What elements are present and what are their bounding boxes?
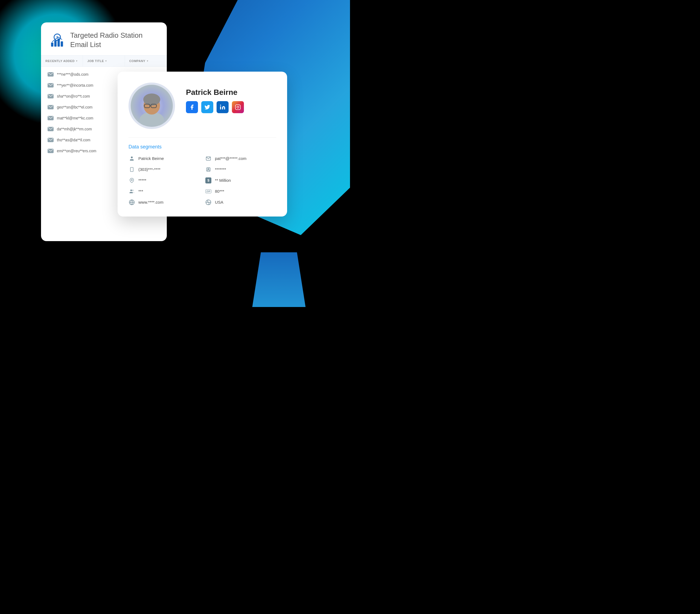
profile-info: Patrick Beirne xyxy=(186,83,276,113)
social-icons xyxy=(186,101,276,113)
email-row-icon xyxy=(48,72,53,77)
data-segments-title: Data segments xyxy=(128,144,276,150)
linkedin-icon[interactable] xyxy=(216,101,228,113)
zip-icon: ZIP xyxy=(205,188,212,195)
location-icon xyxy=(128,177,135,184)
email-address: geo**sn@bc**el.com xyxy=(57,105,92,109)
data-website-value: www.****.com xyxy=(138,200,163,204)
card-title: Targeted Radio Station Email List xyxy=(70,31,159,49)
svg-rect-4 xyxy=(58,39,60,47)
svg-rect-31 xyxy=(130,167,134,172)
data-item-website: www.****.com xyxy=(128,199,200,205)
data-zip-value: 80*** xyxy=(215,189,224,193)
chevron-recently-added: ▾ xyxy=(76,60,78,62)
data-item-zip: ZIP 80*** xyxy=(205,188,276,195)
data-grid: Patrick Beirne pat***@*****.com (303)***… xyxy=(128,155,276,205)
email-address: emi**on@reu**ers.com xyxy=(57,149,96,153)
data-country-value: USA xyxy=(215,200,223,204)
svg-point-29 xyxy=(131,156,133,158)
email-row-icon xyxy=(48,105,53,109)
country-icon xyxy=(205,199,212,205)
data-item-name: Patrick Beirne xyxy=(128,155,200,162)
email-address: sha**on@ro**t.com xyxy=(57,94,90,98)
svg-rect-3 xyxy=(54,40,56,47)
card-header: $ Targeted Radio Station Email List xyxy=(41,22,167,55)
col-label-job-title: JOB TITLE xyxy=(87,59,104,63)
main-content: $ Targeted Radio Station Email List RECE… xyxy=(41,22,309,285)
email-icon xyxy=(205,155,212,162)
email-address: mat**kl@me**kc.com xyxy=(57,116,93,120)
email-address: tho**as@da**il.com xyxy=(57,138,90,142)
facebook-icon[interactable] xyxy=(186,101,198,113)
twitter-icon[interactable] xyxy=(201,101,213,113)
email-row-icon xyxy=(48,138,53,142)
data-segments-section: Data segments Patrick Beirne pat***@****… xyxy=(128,144,276,205)
col-company[interactable]: COMPANY ▾ xyxy=(125,55,167,66)
instagram-icon[interactable] xyxy=(232,101,244,113)
email-row-icon xyxy=(48,149,53,153)
data-phone-value: (303)***-**** xyxy=(138,167,161,172)
badge-icon xyxy=(205,166,212,173)
chevron-company: ▾ xyxy=(147,60,149,62)
data-employees-value: *** xyxy=(138,189,143,193)
detail-card: Patrick Beirne xyxy=(117,72,287,216)
col-label-recently-added: RECENTLY ADDED xyxy=(46,59,75,63)
svg-point-28 xyxy=(239,105,239,106)
data-revenue-value: ** Million xyxy=(215,178,231,183)
email-row-icon xyxy=(48,83,53,87)
email-address: ***yer**@incorta.com xyxy=(57,83,93,87)
data-item-revenue: $ ** Million xyxy=(205,177,276,184)
data-item-country: USA xyxy=(205,199,276,205)
svg-rect-26 xyxy=(235,104,240,109)
col-job-title[interactable]: JOB TITLE ▾ xyxy=(83,55,125,66)
web-icon xyxy=(128,199,135,205)
data-item-phone: (303)***-**** xyxy=(128,166,200,173)
col-recently-added[interactable]: RECENTLY ADDED ▾ xyxy=(41,55,83,66)
svg-rect-2 xyxy=(51,42,53,47)
email-row-icon xyxy=(48,116,53,120)
table-header: RECENTLY ADDED ▾ JOB TITLE ▾ COMPANY ▾ xyxy=(41,55,167,67)
svg-point-35 xyxy=(131,179,133,181)
email-row-icon xyxy=(48,94,53,98)
email-row-icon xyxy=(48,127,53,131)
svg-point-27 xyxy=(237,106,239,108)
analytics-logo-icon: $ xyxy=(49,30,65,50)
data-item-email: pat***@*****.com xyxy=(205,155,276,162)
phone-icon xyxy=(128,166,135,173)
dollar-icon: $ xyxy=(205,177,212,184)
data-location-value: ***** xyxy=(138,178,146,183)
email-address: da**mh@jk**rm.com xyxy=(57,127,92,131)
people-icon xyxy=(128,188,135,195)
svg-rect-5 xyxy=(61,41,63,47)
data-item-location: ***** xyxy=(128,177,200,184)
profile-name: Patrick Beirne xyxy=(186,88,276,97)
data-email-value: pat***@*****.com xyxy=(215,156,246,161)
svg-point-36 xyxy=(130,189,132,191)
avatar-svg xyxy=(134,86,170,125)
email-address: ***ne***@ods.com xyxy=(57,72,88,77)
svg-point-34 xyxy=(208,168,209,170)
profile-section: Patrick Beirne xyxy=(128,83,276,138)
col-label-company: COMPANY xyxy=(129,59,146,63)
person-icon xyxy=(128,155,135,162)
chevron-job-title: ▾ xyxy=(105,60,107,62)
svg-point-19 xyxy=(144,98,160,105)
data-item-employees: *** xyxy=(128,188,200,195)
data-item-badge: ******* xyxy=(205,166,276,173)
data-badge-value: ******* xyxy=(215,167,226,172)
avatar xyxy=(128,83,175,129)
data-name-value: Patrick Beirne xyxy=(138,156,164,161)
svg-point-25 xyxy=(220,104,221,105)
